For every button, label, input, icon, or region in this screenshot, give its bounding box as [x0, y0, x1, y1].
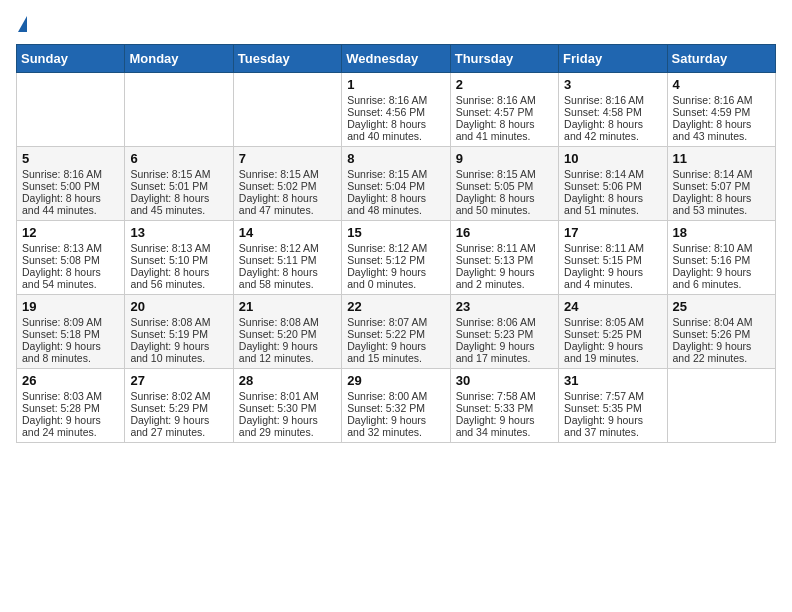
day-info-line: Sunset: 4:59 PM	[673, 106, 770, 118]
calendar-cell: 31Sunrise: 7:57 AMSunset: 5:35 PMDayligh…	[559, 369, 667, 443]
day-info-line: Sunset: 5:01 PM	[130, 180, 227, 192]
day-info-line: Daylight: 9 hours	[130, 414, 227, 426]
day-info-line: Sunrise: 7:58 AM	[456, 390, 553, 402]
calendar-cell: 29Sunrise: 8:00 AMSunset: 5:32 PMDayligh…	[342, 369, 450, 443]
day-number: 3	[564, 77, 661, 92]
day-info-line: and 17 minutes.	[456, 352, 553, 364]
day-info-line: and 43 minutes.	[673, 130, 770, 142]
day-info-line: Sunrise: 8:13 AM	[22, 242, 119, 254]
day-info-line: and 0 minutes.	[347, 278, 444, 290]
day-info-line: and 37 minutes.	[564, 426, 661, 438]
calendar-cell: 4Sunrise: 8:16 AMSunset: 4:59 PMDaylight…	[667, 73, 775, 147]
day-info-line: Sunrise: 8:08 AM	[130, 316, 227, 328]
day-info-line: Daylight: 9 hours	[673, 266, 770, 278]
day-info-line: and 50 minutes.	[456, 204, 553, 216]
day-info-line: Daylight: 9 hours	[347, 414, 444, 426]
day-info-line: Daylight: 8 hours	[673, 192, 770, 204]
day-number: 7	[239, 151, 336, 166]
day-info-line: Sunrise: 8:09 AM	[22, 316, 119, 328]
calendar-cell: 7Sunrise: 8:15 AMSunset: 5:02 PMDaylight…	[233, 147, 341, 221]
calendar-cell: 28Sunrise: 8:01 AMSunset: 5:30 PMDayligh…	[233, 369, 341, 443]
day-info-line: and 34 minutes.	[456, 426, 553, 438]
calendar-cell: 19Sunrise: 8:09 AMSunset: 5:18 PMDayligh…	[17, 295, 125, 369]
day-number: 8	[347, 151, 444, 166]
day-number: 10	[564, 151, 661, 166]
day-info-line: Daylight: 9 hours	[456, 414, 553, 426]
week-row-1: 1Sunrise: 8:16 AMSunset: 4:56 PMDaylight…	[17, 73, 776, 147]
day-info-line: Sunset: 5:28 PM	[22, 402, 119, 414]
page-header	[16, 16, 776, 32]
day-info-line: Daylight: 8 hours	[22, 266, 119, 278]
day-info-line: and 12 minutes.	[239, 352, 336, 364]
day-info-line: and 15 minutes.	[347, 352, 444, 364]
day-info-line: and 41 minutes.	[456, 130, 553, 142]
day-info-line: and 8 minutes.	[22, 352, 119, 364]
day-info-line: Sunrise: 8:14 AM	[564, 168, 661, 180]
day-info-line: Daylight: 8 hours	[564, 118, 661, 130]
day-number: 20	[130, 299, 227, 314]
day-number: 19	[22, 299, 119, 314]
day-number: 4	[673, 77, 770, 92]
day-info-line: Sunrise: 7:57 AM	[564, 390, 661, 402]
header-tuesday: Tuesday	[233, 45, 341, 73]
calendar-cell: 12Sunrise: 8:13 AMSunset: 5:08 PMDayligh…	[17, 221, 125, 295]
day-info-line: and 10 minutes.	[130, 352, 227, 364]
header-sunday: Sunday	[17, 45, 125, 73]
day-info-line: Sunrise: 8:15 AM	[347, 168, 444, 180]
day-info-line: Sunset: 5:23 PM	[456, 328, 553, 340]
day-info-line: Sunset: 5:18 PM	[22, 328, 119, 340]
day-info-line: Daylight: 9 hours	[564, 340, 661, 352]
day-info-line: Sunset: 5:26 PM	[673, 328, 770, 340]
day-info-line: and 22 minutes.	[673, 352, 770, 364]
day-number: 29	[347, 373, 444, 388]
header-friday: Friday	[559, 45, 667, 73]
calendar-cell: 21Sunrise: 8:08 AMSunset: 5:20 PMDayligh…	[233, 295, 341, 369]
day-info-line: Sunset: 5:06 PM	[564, 180, 661, 192]
day-info-line: Sunset: 5:19 PM	[130, 328, 227, 340]
day-info-line: Daylight: 9 hours	[456, 340, 553, 352]
day-number: 25	[673, 299, 770, 314]
day-info-line: Sunrise: 8:02 AM	[130, 390, 227, 402]
day-number: 22	[347, 299, 444, 314]
day-info-line: and 2 minutes.	[456, 278, 553, 290]
day-info-line: Sunrise: 8:15 AM	[130, 168, 227, 180]
day-info-line: Sunrise: 8:12 AM	[347, 242, 444, 254]
calendar-cell: 13Sunrise: 8:13 AMSunset: 5:10 PMDayligh…	[125, 221, 233, 295]
day-info-line: Sunrise: 8:01 AM	[239, 390, 336, 402]
day-number: 6	[130, 151, 227, 166]
calendar-cell: 25Sunrise: 8:04 AMSunset: 5:26 PMDayligh…	[667, 295, 775, 369]
day-info-line: Sunset: 5:25 PM	[564, 328, 661, 340]
day-info-line: Daylight: 8 hours	[22, 192, 119, 204]
day-info-line: Sunset: 5:15 PM	[564, 254, 661, 266]
week-row-3: 12Sunrise: 8:13 AMSunset: 5:08 PMDayligh…	[17, 221, 776, 295]
day-info-line: Sunrise: 8:08 AM	[239, 316, 336, 328]
day-info-line: Sunset: 5:30 PM	[239, 402, 336, 414]
calendar-cell: 30Sunrise: 7:58 AMSunset: 5:33 PMDayligh…	[450, 369, 558, 443]
day-info-line: Sunrise: 8:15 AM	[239, 168, 336, 180]
day-info-line: Sunset: 5:00 PM	[22, 180, 119, 192]
day-info-line: and 47 minutes.	[239, 204, 336, 216]
day-info-line: Sunset: 5:08 PM	[22, 254, 119, 266]
day-info-line: Sunset: 4:56 PM	[347, 106, 444, 118]
day-info-line: Sunrise: 8:16 AM	[22, 168, 119, 180]
day-info-line: Daylight: 9 hours	[673, 340, 770, 352]
day-info-line: and 53 minutes.	[673, 204, 770, 216]
calendar-cell: 20Sunrise: 8:08 AMSunset: 5:19 PMDayligh…	[125, 295, 233, 369]
day-number: 21	[239, 299, 336, 314]
day-info-line: Sunrise: 8:11 AM	[456, 242, 553, 254]
day-number: 24	[564, 299, 661, 314]
calendar-cell: 16Sunrise: 8:11 AMSunset: 5:13 PMDayligh…	[450, 221, 558, 295]
day-number: 2	[456, 77, 553, 92]
day-info-line: Sunset: 5:22 PM	[347, 328, 444, 340]
day-info-line: Daylight: 8 hours	[456, 118, 553, 130]
calendar-cell: 10Sunrise: 8:14 AMSunset: 5:06 PMDayligh…	[559, 147, 667, 221]
day-info-line: and 4 minutes.	[564, 278, 661, 290]
day-number: 26	[22, 373, 119, 388]
calendar-cell: 1Sunrise: 8:16 AMSunset: 4:56 PMDaylight…	[342, 73, 450, 147]
day-number: 5	[22, 151, 119, 166]
calendar-cell: 15Sunrise: 8:12 AMSunset: 5:12 PMDayligh…	[342, 221, 450, 295]
day-info-line: Sunrise: 8:00 AM	[347, 390, 444, 402]
day-info-line: and 58 minutes.	[239, 278, 336, 290]
calendar-cell: 5Sunrise: 8:16 AMSunset: 5:00 PMDaylight…	[17, 147, 125, 221]
day-info-line: and 44 minutes.	[22, 204, 119, 216]
